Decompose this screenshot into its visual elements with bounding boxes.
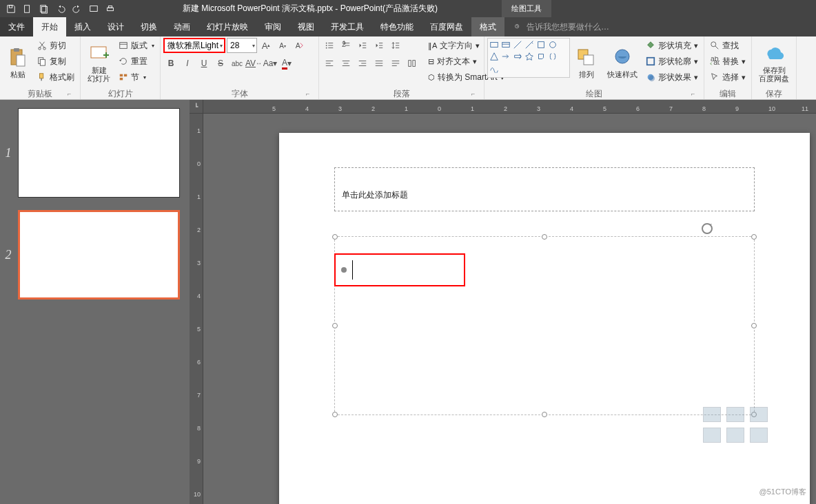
align-center-icon[interactable] [338,56,354,71]
columns-icon[interactable] [405,56,420,71]
select-button[interactable]: 选择 ▾ [707,70,748,85]
layout-button[interactable]: 版式▾ [116,38,157,53]
distribute-icon[interactable] [388,56,403,71]
clear-format-icon[interactable]: A [292,38,307,53]
char-spacing-icon[interactable]: AV↔ [246,56,261,71]
shadow-icon[interactable]: abc [229,56,245,71]
save-icon[interactable] [3,1,19,17]
tab-file[interactable]: 文件 [0,17,33,36]
print-icon[interactable] [102,1,119,17]
tab-view[interactable]: 视图 [289,17,323,36]
tell-me-search[interactable]: 告诉我您想要做什么… [504,17,816,36]
bold-icon[interactable]: B [163,56,178,71]
underline-icon[interactable]: U [196,56,212,71]
copy-button[interactable]: 复制 [34,54,77,69]
strike-icon[interactable]: S [213,56,228,71]
svg-rect-58 [409,61,411,67]
numbering-icon[interactable]: 12 [338,38,354,53]
tab-home[interactable]: 开始 [33,17,66,36]
selection-handle[interactable] [332,412,338,417]
selection-handle[interactable] [751,323,757,328]
align-left-icon[interactable] [322,56,337,71]
tab-baidu[interactable]: 百度网盘 [422,17,471,36]
selection-handle[interactable] [542,412,547,417]
bullets-icon[interactable] [322,38,337,53]
justify-icon[interactable] [371,56,387,71]
shapes-gallery[interactable] [487,38,570,78]
svg-rect-4 [90,6,98,11]
insert-table-icon[interactable] [703,407,721,422]
undo-icon[interactable] [52,1,69,17]
new-icon[interactable] [19,1,36,17]
change-case-icon[interactable]: Aa▾ [263,56,278,71]
tab-developer[interactable]: 开发工具 [323,17,372,36]
cut-button[interactable]: 剪切 [34,38,77,53]
shape-outline-button[interactable]: 形状轮廓 ▾ [643,54,701,69]
svg-line-74 [715,46,718,49]
rotation-handle[interactable] [701,222,713,235]
selection-handle[interactable] [751,234,757,240]
selection-handle[interactable] [542,234,547,240]
line-spacing-icon[interactable] [388,38,403,53]
grow-font-icon[interactable]: A▴ [258,38,274,53]
active-text-box[interactable] [334,253,465,286]
vertical-ruler[interactable]: 1012345678910 [190,114,203,504]
open-icon[interactable] [36,1,52,17]
insert-smartart-icon[interactable] [750,407,768,422]
arrange-button[interactable]: 排列 [571,38,602,87]
slide-thumbnail-1[interactable] [18,108,180,198]
tab-design[interactable]: 设计 [99,17,132,36]
section-button[interactable]: 节▾ [116,70,157,85]
svg-rect-20 [120,74,123,77]
svg-line-63 [514,41,522,49]
dialog-launcher-icon[interactable]: ⌐ [471,90,480,98]
tab-insert[interactable]: 插入 [66,17,99,36]
slide[interactable]: 单击此处添加标题 [279,133,810,504]
title-placeholder[interactable]: 单击此处添加标题 [334,167,755,211]
shape-effects-button[interactable]: 形状效果 ▾ [643,70,701,85]
align-right-icon[interactable] [355,56,370,71]
shape-fill-button[interactable]: 形状填充 ▾ [643,38,701,53]
thumb-number: 2 [4,248,12,262]
quick-styles-icon [611,47,633,69]
decrease-indent-icon[interactable] [355,38,370,53]
insert-online-picture-icon[interactable] [726,428,744,443]
new-slide-button[interactable]: 新建 幻灯片 [83,38,114,87]
slide-thumbnails-pane[interactable]: 1 2 [0,100,190,504]
thumb-number: 1 [4,146,12,160]
increase-indent-icon[interactable] [371,38,387,53]
redo-icon[interactable] [69,1,85,17]
font-size-combo[interactable]: 28▾ [227,38,257,53]
replace-button[interactable]: abac替换 ▾ [707,54,748,69]
italic-icon[interactable]: I [180,56,195,71]
insert-chart-icon[interactable] [726,407,744,422]
find-button[interactable]: 查找 [707,38,748,53]
format-painter-button[interactable]: 格式刷 [34,70,77,85]
tab-transitions[interactable]: 切换 [132,17,165,36]
paste-button[interactable]: 粘贴 [3,38,33,87]
slide-thumbnail-2[interactable] [18,210,180,300]
tab-format[interactable]: 格式 [471,17,504,36]
thumbnail-row: 2 [4,210,180,300]
insert-picture-icon[interactable] [703,428,721,443]
horizontal-ruler[interactable]: 543210123456789101112 [203,100,816,114]
dialog-launcher-icon[interactable]: ⌐ [68,90,76,98]
dialog-launcher-icon[interactable]: ⌐ [306,90,314,98]
insert-video-icon[interactable] [750,428,768,443]
canvas[interactable]: 单击此处添加标题 [203,114,816,504]
font-name-combo[interactable]: 微软雅黑Light▾ [163,38,225,53]
reset-button[interactable]: 重置 [116,54,157,69]
save-to-baidu-button[interactable]: 保存到 百度网盘 [755,38,793,87]
font-color-icon[interactable]: A▾ [279,56,294,71]
slideshow-icon[interactable] [85,1,102,17]
tab-slideshow[interactable]: 幻灯片放映 [198,17,256,36]
tab-special[interactable]: 特色功能 [372,17,422,36]
tab-review[interactable]: 审阅 [256,17,289,36]
dialog-launcher-icon[interactable]: ⌐ [691,90,700,98]
selection-handle[interactable] [332,234,338,240]
selection-handle[interactable] [332,323,338,328]
tab-animations[interactable]: 动画 [165,17,198,36]
ribbon: 粘贴 剪切 复制 格式刷 剪贴板⌐ 新建 幻灯片 版式▾ 重置 节▾ 幻灯片 [0,36,816,100]
shrink-font-icon[interactable]: A▾ [275,38,290,53]
quick-styles-button[interactable]: 快速样式 [603,38,642,87]
